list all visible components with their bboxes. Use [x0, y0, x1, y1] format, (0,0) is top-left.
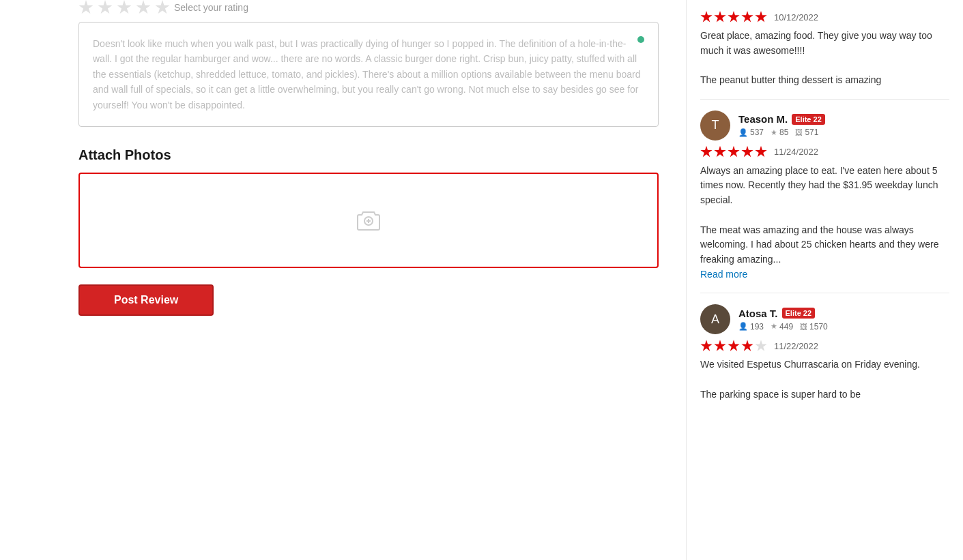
- review-star: [700, 11, 713, 23]
- reviewer-header: A Atosa T. Elite 22 👤 193 ★ 449: [700, 304, 949, 334]
- star-1[interactable]: [78, 0, 94, 15]
- review-stars: [700, 340, 767, 352]
- review-star: [700, 340, 713, 352]
- star-icon: ★: [771, 322, 777, 331]
- avatar: T: [700, 110, 730, 141]
- attach-photos-title: Attach Photos: [78, 147, 659, 163]
- star-4[interactable]: [136, 0, 151, 15]
- reviewer-stats: 👤 193 ★ 449 🖼 1570: [738, 322, 828, 331]
- reviewer-name: Atosa T.: [738, 308, 778, 319]
- review-text-body: Doesn't look like much when you walk pas…: [93, 36, 644, 113]
- review-star: [700, 146, 713, 158]
- stat-value: 449: [779, 322, 793, 331]
- review-body: Always an amazing place to eat. I've eat…: [700, 164, 949, 282]
- reviewer-name: Teason M.: [738, 113, 788, 125]
- stat-value: 85: [779, 128, 788, 137]
- review-body: We visited Espetus Churrascaria on Frida…: [700, 357, 949, 402]
- review-star: [714, 340, 726, 352]
- stat-item: 🖼 571: [795, 128, 818, 137]
- review-star: [714, 146, 726, 158]
- review-item: 10/12/2022 Great place, amazing food. Th…: [700, 0, 949, 100]
- person-icon: 👤: [738, 128, 748, 137]
- stat-item: 🖼 1570: [800, 322, 828, 331]
- reviewer-name-row: Teason M. Elite 22: [738, 113, 825, 125]
- rating-row: Select your rating: [78, 0, 659, 15]
- select-rating-label: Select your rating: [174, 2, 248, 13]
- star-2[interactable]: [98, 0, 113, 15]
- person-icon: 👤: [738, 322, 748, 331]
- elite-badge: Elite 22: [792, 114, 825, 125]
- stat-item: 👤 193: [738, 322, 764, 331]
- review-star: [728, 340, 740, 352]
- review-star: [741, 11, 753, 23]
- review-star: [728, 11, 740, 23]
- review-text-box: Doesn't look like much when you walk pas…: [78, 22, 659, 127]
- avatar: A: [700, 304, 730, 334]
- photo-icon: 🖼: [795, 128, 803, 136]
- reviewer-name-row: Atosa T. Elite 22: [738, 308, 828, 319]
- read-more-link[interactable]: Read more: [700, 269, 747, 280]
- camera-icon: [356, 208, 381, 233]
- stat-value: 537: [750, 128, 764, 137]
- review-date: 10/12/2022: [774, 12, 818, 23]
- review-stars: [700, 146, 767, 158]
- review-stars: [700, 11, 767, 23]
- stat-item: ★ 85: [771, 128, 788, 137]
- review-body: Great place, amazing food. They give you…: [700, 29, 949, 88]
- photo-upload-box[interactable]: [78, 173, 659, 268]
- review-date: 11/24/2022: [774, 147, 818, 157]
- review-star: [755, 11, 767, 23]
- star-icon: ★: [771, 128, 777, 137]
- reviewer-stats: 👤 537 ★ 85 🖼 571: [738, 128, 825, 137]
- stat-item: ★ 449: [771, 322, 793, 331]
- review-star: [728, 146, 740, 158]
- stat-item: 👤 537: [738, 128, 764, 137]
- online-indicator: [637, 36, 644, 43]
- post-review-button[interactable]: Post Review: [78, 284, 214, 316]
- review-star: [755, 340, 767, 352]
- review-star: [714, 11, 726, 23]
- photo-icon: 🖼: [800, 323, 807, 331]
- star-3[interactable]: [117, 0, 132, 15]
- review-item: A Atosa T. Elite 22 👤 193 ★ 449: [700, 293, 949, 413]
- stat-value: 193: [750, 322, 764, 331]
- reviewer-header: T Teason M. Elite 22 👤 537 ★ 85: [700, 110, 949, 141]
- review-star: [741, 146, 753, 158]
- elite-badge: Elite 22: [782, 308, 816, 319]
- stars-date-row: 11/22/2022: [700, 340, 949, 352]
- stars-date-row: 10/12/2022: [700, 11, 949, 23]
- review-star: [755, 146, 767, 158]
- stat-value: 1570: [809, 322, 828, 331]
- review-star: [741, 340, 753, 352]
- right-panel: 10/12/2022 Great place, amazing food. Th…: [686, 0, 963, 560]
- review-item: T Teason M. Elite 22 👤 537 ★ 85: [700, 100, 949, 294]
- review-date: 11/22/2022: [774, 341, 818, 351]
- stat-value: 571: [805, 128, 818, 137]
- stars-date-row: 11/24/2022: [700, 146, 949, 158]
- star-5[interactable]: [155, 0, 170, 15]
